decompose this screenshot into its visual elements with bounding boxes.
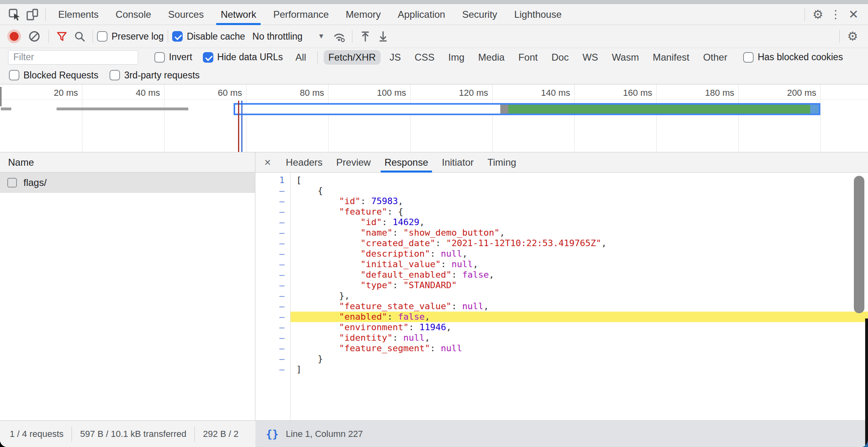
separator (194, 426, 195, 442)
window-edge-dark-strip (865, 318, 868, 447)
timeline-gridline (820, 84, 821, 152)
detail-tab-headers[interactable]: Headers (279, 152, 329, 173)
requests-list-pane: Name flags/ (0, 152, 255, 420)
ruler-line (0, 99, 868, 100)
screen: ElementsConsoleSourcesNetworkPerformance… (0, 0, 868, 447)
timeline-gridline (492, 84, 493, 152)
settings-gear-icon[interactable]: ⚙ (809, 6, 827, 23)
device-toolbar-icon[interactable] (23, 6, 41, 23)
filter-type-fetch-xhr[interactable]: Fetch/XHR (324, 50, 381, 65)
waterfall-segment-waiting (235, 105, 500, 114)
request-checkbox[interactable] (7, 178, 17, 188)
line-number: – (255, 249, 290, 259)
search-icon[interactable] (71, 27, 88, 45)
panel-tab-lighthouse[interactable]: Lighthouse (506, 4, 570, 25)
filter-type-other[interactable]: Other (698, 50, 732, 65)
blocked-requests-checkbox[interactable]: Blocked Requests (9, 70, 98, 81)
invert-checkbox[interactable]: Invert (154, 52, 192, 63)
checkbox (203, 52, 213, 63)
detail-tab-preview[interactable]: Preview (329, 152, 377, 173)
hide-data-urls-checkbox[interactable]: Hide data URLs (203, 52, 283, 63)
panel-tab-memory[interactable]: Memory (337, 4, 390, 25)
timeline-tick-label: 120 ms (428, 88, 488, 98)
detail-tab-timing[interactable]: Timing (480, 152, 523, 173)
filter-type-media[interactable]: Media (473, 50, 509, 65)
pretty-print-braces-icon[interactable]: {} (266, 428, 278, 440)
domcontentloaded-event-marker (241, 101, 242, 152)
close-detail-icon[interactable]: × (255, 156, 279, 169)
clear-network-log-icon[interactable] (29, 31, 40, 42)
network-settings-gear-icon[interactable]: ⚙ (844, 27, 862, 45)
request-row-flags[interactable]: flags/ (0, 173, 255, 193)
invert-label: Invert (169, 52, 192, 63)
line-content: "id": 14629, (290, 217, 868, 228)
blocked-requests-label: Blocked Requests (23, 70, 98, 81)
timeline-gridline (656, 84, 657, 152)
response-line: – "default_enabled": false, (255, 270, 868, 280)
timeline-tick-label: 100 ms (346, 88, 406, 98)
detail-tab-initiator[interactable]: Initiator (435, 152, 481, 173)
panel-tab-performance[interactable]: Performance (265, 4, 337, 25)
more-options-kebab-icon[interactable]: ⋮ (827, 6, 845, 23)
checkbox (110, 70, 120, 80)
line-number: – (255, 270, 290, 280)
response-line: – "feature_segment": null (255, 343, 868, 354)
name-column-header[interactable]: Name (0, 152, 255, 173)
import-har-icon[interactable] (356, 27, 374, 45)
network-conditions-wifi-icon[interactable] (330, 27, 348, 45)
network-overview-timeline[interactable]: 20 ms40 ms60 ms80 ms100 ms120 ms140 ms16… (0, 84, 868, 152)
preserve-log-checkbox[interactable]: Preserve log (97, 31, 164, 42)
filter-type-font[interactable]: Font (514, 50, 543, 65)
filter-input[interactable] (8, 50, 138, 65)
filter-type-wasm[interactable]: Wasm (607, 50, 644, 65)
separator (72, 426, 72, 442)
response-body-viewer[interactable]: 1[– {– "id": 75983,– "feature": {– "id":… (255, 173, 868, 420)
has-blocked-cookies-checkbox[interactable]: Has blocked cookies (743, 52, 843, 63)
third-party-requests-checkbox[interactable]: 3rd-party requests (110, 70, 200, 81)
line-content: "feature_state_value": null, (290, 301, 868, 312)
separator (317, 51, 318, 64)
disable-cache-checkbox[interactable]: Disable cache (172, 31, 245, 42)
response-line-highlighted: – "enabled": false, (255, 312, 868, 322)
filter-type-img[interactable]: Img (443, 50, 469, 65)
panel-tab-elements[interactable]: Elements (50, 4, 107, 25)
checkbox (743, 52, 754, 63)
filter-type-js[interactable]: JS (385, 50, 406, 65)
line-number: – (255, 322, 290, 333)
close-devtools-icon[interactable]: ✕ (845, 6, 862, 23)
record-network-log-button[interactable] (10, 32, 19, 41)
line-number: – (255, 217, 290, 228)
filter-type-manifest[interactable]: Manifest (648, 50, 694, 65)
line-number: – (255, 343, 290, 354)
panel-tab-console[interactable]: Console (107, 4, 160, 25)
vertical-scrollbar-thumb[interactable] (854, 176, 864, 313)
response-line: – }, (255, 291, 868, 301)
transferred-summary: 597 B / 10.1 kB transferred (80, 429, 186, 439)
filter-funnel-icon[interactable] (53, 27, 71, 45)
timeline-edge-bar (0, 87, 2, 106)
panel-tab-security[interactable]: Security (454, 4, 506, 25)
filter-type-ws[interactable]: WS (577, 50, 603, 65)
network-toolbar: Preserve log Disable cache No throttling… (0, 25, 868, 48)
throttling-select[interactable]: No throttling ▼ (253, 31, 325, 42)
timeline-gridline (574, 84, 575, 152)
line-number: – (255, 228, 290, 238)
panel-tab-sources[interactable]: Sources (160, 4, 212, 25)
separator (352, 30, 352, 43)
panel-tab-application[interactable]: Application (389, 4, 453, 25)
disable-cache-label: Disable cache (187, 31, 245, 42)
filter-type-doc[interactable]: Doc (547, 50, 574, 65)
timeline-tick-label: 60 ms (181, 88, 242, 98)
panel-tab-network[interactable]: Network (212, 4, 265, 25)
checkbox (154, 52, 165, 63)
filter-type-all[interactable]: All (291, 50, 311, 65)
export-har-icon[interactable] (374, 27, 392, 45)
line-number: – (255, 333, 290, 343)
inspect-element-icon[interactable] (6, 6, 23, 23)
response-line: – "environment": 11946, (255, 322, 868, 333)
line-number: – (255, 291, 290, 301)
detail-tab-response[interactable]: Response (377, 152, 435, 173)
timeline-tick-label: 200 ms (756, 88, 816, 98)
filter-type-css[interactable]: CSS (410, 50, 439, 65)
line-number: – (255, 354, 290, 364)
